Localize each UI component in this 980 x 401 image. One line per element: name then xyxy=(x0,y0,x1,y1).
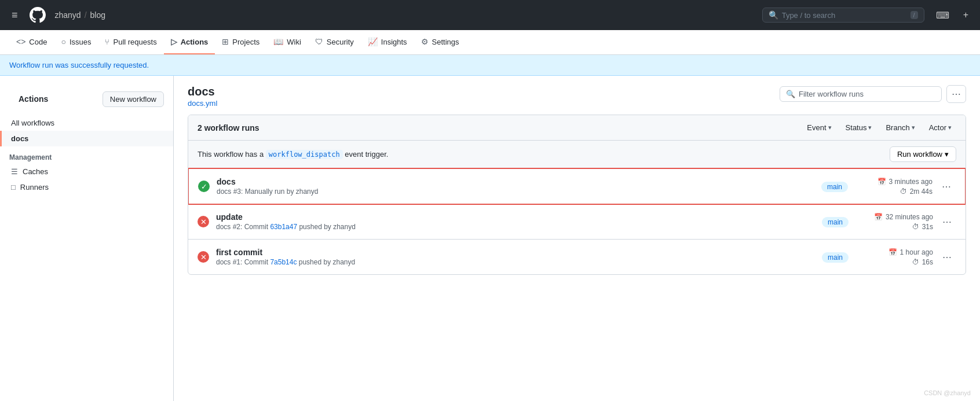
nav-label-wiki: Wiki xyxy=(287,38,301,46)
branch-filter-button[interactable]: Branch ▾ xyxy=(881,121,919,134)
nav-item-security[interactable]: 🛡 Security xyxy=(308,30,361,54)
branch-badge: main xyxy=(821,182,848,192)
run-sub: docs #1: Commit 7a5b14c pushed by zhanyd xyxy=(216,258,813,266)
filter-input[interactable] xyxy=(799,90,935,98)
watermark: CSDN @zhanyd xyxy=(924,389,971,396)
run-status-failure-icon: ✕ xyxy=(198,216,209,227)
search-input[interactable] xyxy=(782,11,907,20)
more-options-button[interactable]: ⋯ xyxy=(946,85,966,103)
actor-filter-chevron: ▾ xyxy=(948,124,952,131)
run-time: 📅 32 minutes ago xyxy=(874,213,933,221)
run-more-button[interactable]: ⋯ xyxy=(938,249,956,265)
run-row: ✕ update docs #2: Commit 63b1a47 pushed … xyxy=(188,204,966,240)
run-meta: 📅 3 minutes ago ⏱ 2m 44s xyxy=(857,178,933,196)
workflow-file-link[interactable]: docs.yml xyxy=(188,99,217,108)
status-filter-chevron: ▾ xyxy=(868,124,872,131)
nav-label-projects: Projects xyxy=(232,38,259,46)
content-header: docs docs.yml 🔍 ⋯ xyxy=(188,85,966,108)
run-info: update docs #2: Commit 63b1a47 pushed by… xyxy=(216,212,813,231)
nav-item-projects[interactable]: ⊞ Projects xyxy=(215,30,266,54)
run-duration: ⏱ 31s xyxy=(912,223,933,231)
breadcrumb-separator: / xyxy=(85,10,87,20)
sidebar-item-runners-label: Runners xyxy=(20,183,49,192)
sidebar-item-all-workflows[interactable]: All workflows xyxy=(0,115,173,131)
actor-filter-button[interactable]: Actor ▾ xyxy=(924,121,956,134)
actor-filter-label: Actor xyxy=(929,123,946,132)
run-name-link[interactable]: docs xyxy=(217,177,236,186)
run-branch: main xyxy=(822,252,849,262)
run-time: 📅 1 hour ago xyxy=(888,248,933,256)
run-row: ✓ docs docs #3: Manually run by zhanyd m… xyxy=(188,168,966,205)
nav-label-code: Code xyxy=(29,38,47,46)
filter-search-icon: 🔍 xyxy=(786,90,795,98)
run-branch: main xyxy=(821,182,848,191)
github-logo-icon xyxy=(30,7,46,23)
status-filter-button[interactable]: Status ▾ xyxy=(841,121,877,134)
runs-count: 2 workflow runs xyxy=(198,123,259,133)
sidebar-item-caches[interactable]: ☰ Caches xyxy=(0,164,173,179)
run-name-link[interactable]: first commit xyxy=(216,248,262,257)
security-icon: 🛡 xyxy=(315,37,323,46)
run-status-failure-icon: ✕ xyxy=(198,251,209,263)
issues-icon: ○ xyxy=(61,37,65,46)
runs-filters: Event ▾ Status ▾ Branch ▾ Actor ▾ xyxy=(802,121,956,134)
breadcrumb-user[interactable]: zhanyd xyxy=(55,10,81,20)
runs-container: 2 workflow runs Event ▾ Status ▾ Branch … xyxy=(188,115,966,275)
run-workflow-button[interactable]: Run workflow ▾ xyxy=(890,146,956,162)
nav-item-actions[interactable]: ▷ Actions xyxy=(164,30,215,54)
nav-item-pull-requests[interactable]: ⑂ Pull requests xyxy=(98,31,163,54)
run-name-link[interactable]: update xyxy=(216,212,243,222)
sidebar-item-runners[interactable]: □ Runners xyxy=(0,179,173,195)
insights-icon: 📈 xyxy=(368,37,378,46)
search-icon: 🔍 xyxy=(769,10,778,20)
clock-icon: ⏱ xyxy=(912,223,919,231)
run-more-button[interactable]: ⋯ xyxy=(938,214,956,230)
nav-label-insights: Insights xyxy=(381,38,407,46)
sidebar-item-docs-label: docs xyxy=(11,134,28,143)
terminal-button[interactable]: ⌨ xyxy=(934,8,952,23)
search-kbd: / xyxy=(910,11,918,19)
sidebar-item-all-workflows-label: All workflows xyxy=(11,119,54,127)
run-sub: docs #3: Manually run by zhanyd xyxy=(217,187,812,196)
nav-label-security: Security xyxy=(327,38,354,46)
main-content: docs docs.yml 🔍 ⋯ 2 workflow runs Even xyxy=(174,76,980,401)
event-filter-chevron: ▾ xyxy=(828,124,832,131)
nav-item-issues[interactable]: ○ Issues xyxy=(54,30,98,54)
sidebar-item-caches-label: Caches xyxy=(23,167,48,176)
nav-label-pull-requests: Pull requests xyxy=(113,38,156,46)
hamburger-icon[interactable]: ≡ xyxy=(9,7,20,24)
run-more-button[interactable]: ⋯ xyxy=(937,179,956,194)
global-search: 🔍 / xyxy=(762,8,924,23)
calendar-icon: 📅 xyxy=(888,248,897,256)
commit-link[interactable]: 7a5b14c xyxy=(270,258,297,266)
breadcrumb-repo[interactable]: blog xyxy=(90,10,105,20)
event-filter-button[interactable]: Event ▾ xyxy=(802,121,836,134)
branch-badge: main xyxy=(822,252,849,263)
sidebar-title: Actions xyxy=(9,90,57,108)
run-branch: main xyxy=(822,217,849,226)
wiki-icon: 📖 xyxy=(273,37,283,46)
trigger-code: workflow_dispatch xyxy=(266,150,343,159)
nav-label-actions: Actions xyxy=(181,38,209,46)
runners-icon: □ xyxy=(11,183,16,192)
commit-link[interactable]: 63b1a47 xyxy=(270,223,297,231)
run-info: first commit docs #1: Commit 7a5b14c pus… xyxy=(216,248,813,266)
branch-filter-label: Branch xyxy=(886,123,909,132)
nav-label-issues: Issues xyxy=(70,38,92,46)
nav-item-wiki[interactable]: 📖 Wiki xyxy=(266,30,308,54)
code-icon: <> xyxy=(16,37,25,46)
clock-icon: ⏱ xyxy=(912,258,919,266)
sidebar-item-docs[interactable]: docs xyxy=(0,131,173,146)
nav-item-code[interactable]: <> Code xyxy=(9,30,54,54)
repo-nav: <> Code ○ Issues ⑂ Pull requests ▷ Actio… xyxy=(0,30,980,55)
workflow-name: docs xyxy=(188,85,217,98)
run-meta: 📅 1 hour ago ⏱ 16s xyxy=(858,248,933,266)
banner-text: Workflow run was successfully requested. xyxy=(9,61,149,69)
nav-item-insights[interactable]: 📈 Insights xyxy=(361,30,414,54)
add-button[interactable]: + xyxy=(961,8,971,23)
runs-header: 2 workflow runs Event ▾ Status ▾ Branch … xyxy=(188,115,966,141)
nav-item-settings[interactable]: ⚙ Settings xyxy=(414,30,466,54)
actions-icon: ▷ xyxy=(171,37,177,46)
new-workflow-button[interactable]: New workflow xyxy=(103,91,164,107)
projects-icon: ⊞ xyxy=(222,37,229,46)
